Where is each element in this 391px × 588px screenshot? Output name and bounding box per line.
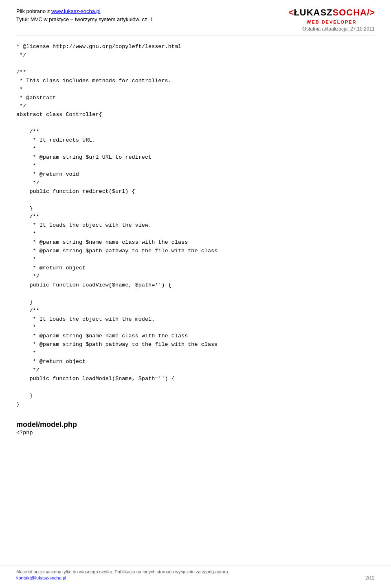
source-label: Plik pobrano z (16, 8, 51, 14)
source-line: Plik pobrano z www.lukasz-socha.pl (16, 7, 153, 15)
section-subtitle: <?php (16, 430, 375, 436)
header-date: Ostatnia aktualizacja: 27.10.2011 (288, 26, 375, 32)
logo-bracket-left: < (288, 7, 294, 18)
footer-text: Materiał przeznaczony tylko do własnego … (16, 569, 229, 574)
logo-bracket-right: > (369, 7, 375, 18)
footer-link[interactable]: kontakt@lukasz-socha.pl (16, 575, 66, 580)
page-container: Plik pobrano z www.lukasz-socha.pl Tytuł… (0, 0, 391, 588)
code-block: * @license http://www.gnu.org/copyleft/l… (16, 43, 375, 409)
page-footer: Materiał przeznaczony tylko do własnego … (0, 566, 391, 581)
page-header: Plik pobrano z www.lukasz-socha.pl Tytuł… (16, 7, 375, 35)
section-title: model/model.php (16, 420, 375, 429)
logo-socha: SOCHA (333, 7, 367, 18)
footer-page: 2/12 (365, 575, 375, 581)
title-line: Tytuł: MVC w praktyce – tworzymy system … (16, 15, 153, 24)
header-right: < ŁUKASZSOCHA / > WEB DEVELOPER Ostatnia… (288, 7, 375, 32)
header-left: Plik pobrano z www.lukasz-socha.pl Tytuł… (16, 7, 153, 23)
logo-lukasz: ŁUKASZ (294, 7, 332, 18)
source-url[interactable]: www.lukasz-socha.pl (51, 8, 101, 14)
footer-left: Materiał przeznaczony tylko do własnego … (16, 569, 229, 581)
logo-box: < ŁUKASZSOCHA / > (288, 7, 375, 18)
logo-subtitle: WEB DEVELOPER (288, 20, 375, 24)
